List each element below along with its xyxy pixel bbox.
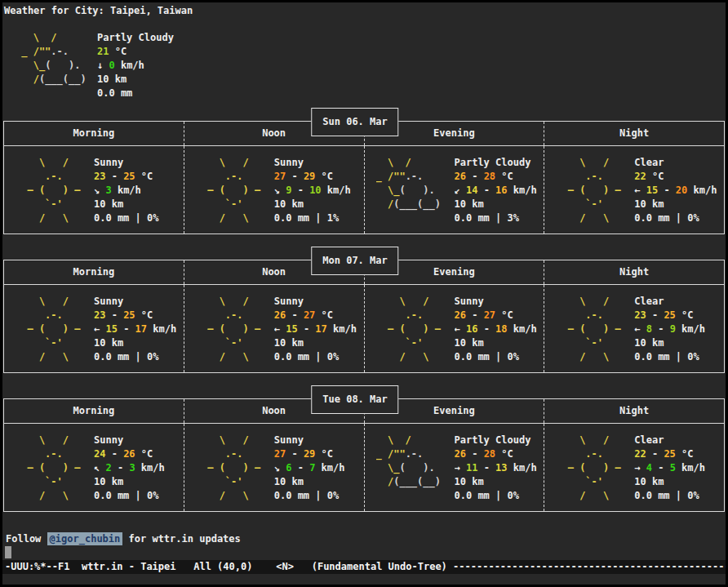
text-line: 0.0 mm | 1%	[274, 211, 364, 225]
text-line: / \	[16, 350, 94, 364]
text-line: `-'	[196, 198, 274, 211]
partly-cloudy-icon: \ / _ /"".-. \_( ). /(___(__)	[6, 31, 97, 100]
partly-cloudy-icon: \ /_ /"".-. \_( ). /(___(__)	[365, 156, 455, 233]
sunny-icon: \ / .-. ― ( ) ― `-' / \	[365, 295, 455, 372]
forecast-table: MorningNoonEveningNight \ / .-. ― ( ) ― …	[3, 260, 725, 373]
forecast-info: Sunny27 - 29 °C↘ 6 - 7 km/h10 km0.0 mm |…	[274, 434, 364, 511]
text-line: 0.0 mm | 3%	[455, 211, 544, 225]
text-line: 0.0 mm | 0%	[274, 350, 364, 364]
terminal-screen: Weather for City: Taipei, Taiwan \ / _ /…	[2, 2, 726, 585]
text-line: \ /	[16, 295, 94, 309]
text-line: 23 - 25 °C	[634, 309, 724, 322]
text-line: \ /	[376, 295, 455, 309]
text-line: ← 15 - 20 km/h	[634, 184, 724, 198]
sunny-icon: \ / .-. ― ( ) ― `-' / \	[4, 295, 94, 372]
text-line: `-'	[16, 336, 94, 350]
text-line: 0.0 mm | 0%	[455, 350, 544, 364]
text-line: \ /	[376, 434, 455, 447]
text-line: 22 °C	[634, 170, 724, 184]
text-line: 10 km	[455, 475, 544, 489]
text-line: 0.0 mm | 0%	[274, 489, 364, 503]
text-line: / \	[16, 211, 94, 225]
text-line: 10 km	[274, 336, 364, 350]
text-line: 21 °C	[97, 45, 174, 59]
text-line: 27 - 29 °C	[274, 447, 364, 461]
text-line: / \	[556, 350, 634, 364]
text-line: 23 - 25 °C	[94, 170, 184, 184]
forecast-info: Clear22 - 25 °C→ 4 - 5 km/h10 km0.0 mm |…	[634, 434, 724, 511]
forecast-info: Partly Cloudy26 - 28 °C→ 11 - 13 km/h10 …	[455, 434, 544, 511]
forecast-cell-evening: \ /_ /"".-. \_( ). /(___(__)Partly Cloud…	[364, 146, 544, 233]
text-line: `-'	[16, 475, 94, 489]
text-line: ― ( ) ―	[556, 322, 634, 336]
text-line: → 11 - 13 km/h	[455, 461, 544, 475]
text-line: `-'	[556, 336, 634, 350]
text-line: Clear	[634, 156, 724, 170]
sunny-icon: \ / .-. ― ( ) ― `-' / \	[4, 156, 94, 233]
text-line: 10 km	[94, 475, 184, 489]
text-line: 0.0 mm | 0%	[94, 350, 184, 364]
sunny-icon: \ / .-. ― ( ) ― `-' / \	[544, 434, 634, 511]
text-line: Sunny	[94, 295, 184, 309]
forecast-body-row: \ / .-. ― ( ) ― `-' / \Sunny23 - 25 °C← …	[4, 285, 724, 372]
text-line: .-.	[16, 170, 94, 184]
text-line: Clear	[634, 295, 724, 309]
text-line: `-'	[196, 475, 274, 489]
text-line: ← 15 - 17 km/h	[274, 322, 364, 336]
text-line: _ /"".-.	[376, 170, 455, 184]
text-line: `-'	[376, 336, 455, 350]
text-line: `-'	[556, 475, 634, 489]
text-line: \ /	[16, 156, 94, 170]
text-line: / \	[376, 350, 455, 364]
forecast-cell-noon: \ / .-. ― ( ) ― `-' / \Sunny27 - 29 °C↘ …	[184, 424, 364, 511]
text-line: `-'	[196, 336, 274, 350]
forecast-days: Sun 06. MarMorningNoonEveningNight \ / .…	[2, 108, 726, 512]
text-line: \ /	[196, 295, 274, 309]
emacs-modeline: -UUU:%*--F1 wttr.in - Taipei All (40,0) …	[2, 560, 726, 574]
text-line: 0.0 mm | 0%	[94, 489, 184, 503]
text-line: 26 - 28 °C	[455, 447, 544, 461]
text-line: / \	[556, 489, 634, 503]
text-line: 10 km	[455, 336, 544, 350]
terminal-cursor[interactable]	[5, 546, 11, 558]
text-line: `-'	[556, 198, 634, 211]
text-line: .-.	[556, 447, 634, 461]
forecast-day-section: Mon 07. MarMorningNoonEveningNight \ / .…	[3, 247, 725, 373]
twitter-handle-link[interactable]: @igor_chubin	[47, 532, 123, 545]
text-line: Sunny	[274, 156, 364, 170]
text-line: 10 km	[94, 198, 184, 211]
sunny-icon: \ / .-. ― ( ) ― `-' / \	[4, 434, 94, 511]
text-line: 10 km	[94, 336, 184, 350]
text-line: / \	[196, 489, 274, 503]
text-line: \ /	[196, 434, 274, 447]
text-line: /(___(__)	[376, 475, 455, 489]
text-line: \ /	[16, 434, 94, 447]
text-line: 24 - 26 °C	[94, 447, 184, 461]
period-header-night: Night	[544, 122, 724, 145]
forecast-info: Clear23 - 25 °C← 8 - 9 km/h10 km0.0 mm |…	[634, 295, 724, 372]
forecast-info: Sunny26 - 27 °C← 16 - 18 km/h10 km0.0 mm…	[455, 295, 544, 372]
forecast-info: Partly Cloudy26 - 28 °C↙ 14 - 16 km/h10 …	[455, 156, 544, 233]
day-label: Mon 07. Mar	[311, 247, 398, 275]
text-line: ― ( ) ―	[376, 322, 455, 336]
text-line: ― ( ) ―	[556, 184, 634, 198]
forecast-info: Sunny26 - 27 °C← 15 - 17 km/h10 km0.0 mm…	[274, 295, 364, 372]
period-header-morning: Morning	[4, 399, 184, 423]
text-line: 0.0 mm | 0%	[634, 211, 724, 225]
footer: Follow @igor_chubin for wttr.in updates	[6, 532, 726, 546]
forecast-info: Sunny23 - 25 °C← 15 - 17 km/h10 km0.0 mm…	[94, 295, 184, 372]
text-line: / \	[556, 211, 634, 225]
partly-cloudy-icon: \ /_ /"".-. \_( ). /(___(__)	[365, 434, 455, 511]
forecast-table: MorningNoonEveningNight \ / .-. ― ( ) ― …	[3, 398, 725, 512]
forecast-info: Sunny27 - 29 °C↘ 9 - 10 km/h10 km0.0 mm …	[274, 156, 364, 233]
text-line: Partly Cloudy	[455, 156, 544, 170]
text-line: / \	[16, 489, 94, 503]
text-line: \_( ).	[376, 184, 455, 198]
text-line: ↘ 3 km/h	[94, 184, 184, 198]
text-line: 0.0 mm | 0%	[455, 489, 544, 503]
day-label: Sun 06. Mar	[311, 108, 398, 136]
text-line: 27 - 29 °C	[274, 170, 364, 184]
text-line: Partly Cloudy	[97, 31, 174, 45]
sunny-icon: \ / .-. ― ( ) ― `-' / \	[184, 434, 274, 511]
text-line: Clear	[634, 434, 724, 447]
